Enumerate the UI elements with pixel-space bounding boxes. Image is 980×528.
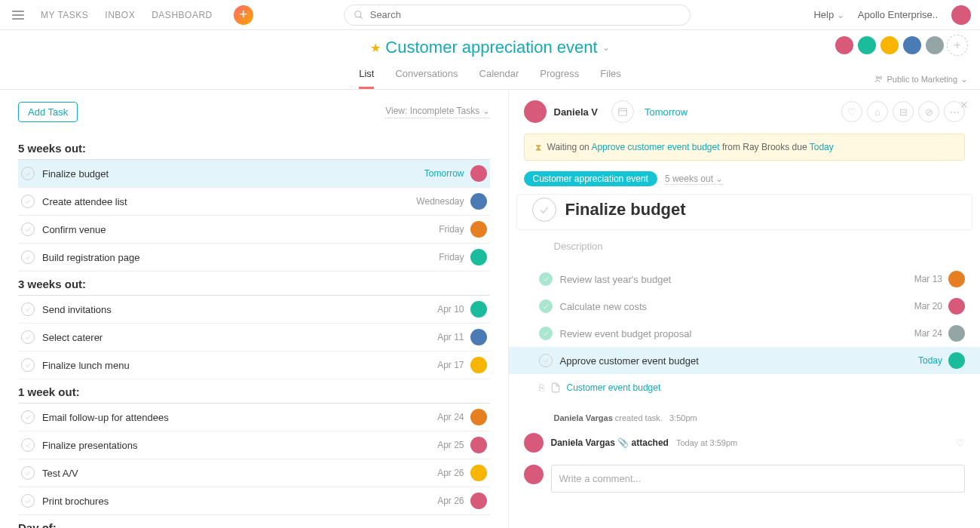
tab-calendar[interactable]: Calendar	[479, 68, 519, 89]
search-box[interactable]	[344, 5, 691, 26]
section-header[interactable]: 1 week out:	[18, 379, 490, 404]
task-row[interactable]: Finalize presentationsApr 25	[18, 431, 490, 459]
add-member-button[interactable]: +	[947, 35, 968, 56]
task-row[interactable]: Email follow-up for attendeesApr 24	[18, 404, 490, 431]
add-task-button[interactable]: Add Task	[18, 102, 78, 122]
assignee-avatar[interactable]	[470, 165, 487, 182]
due-date[interactable]: Tomorrow	[645, 106, 688, 118]
check-icon[interactable]	[539, 299, 553, 313]
check-icon[interactable]	[21, 358, 35, 372]
task-row[interactable]: Create attendee listWednesday	[18, 188, 490, 216]
assignee-avatar[interactable]	[470, 409, 487, 425]
nav-inbox[interactable]: INBOX	[105, 10, 135, 20]
add-button[interactable]: +	[234, 5, 253, 25]
description-field[interactable]: Description	[509, 230, 981, 266]
assignee-avatar[interactable]	[470, 493, 487, 509]
project-visibility[interactable]: Public to Marketing ⌄	[874, 74, 968, 84]
subtask-name: Review event budget proposal	[560, 328, 914, 339]
task-name: Finalize budget	[42, 168, 424, 180]
task-row[interactable]: Build registration pageFriday	[18, 244, 490, 272]
section-header[interactable]: 5 weeks out:	[18, 136, 490, 160]
chevron-down-icon[interactable]: ⌄	[602, 42, 610, 53]
subtask-icon[interactable]: ⊟	[893, 101, 914, 122]
workspace-menu[interactable]: Apollo Enterprise..	[858, 9, 938, 20]
task-row[interactable]: Test A/VApr 26	[18, 459, 490, 487]
check-icon[interactable]	[21, 167, 35, 180]
nav-mytasks[interactable]: MY TASKS	[41, 10, 88, 20]
tab-files[interactable]: Files	[600, 68, 620, 89]
assignee-avatar[interactable]	[470, 301, 487, 318]
subtask-row[interactable]: Approve customer event budgetToday	[509, 347, 981, 374]
subtask-row[interactable]: Review last year's budgetMar 13	[509, 266, 981, 293]
assignee-avatar[interactable]	[948, 352, 965, 369]
assignee-avatar[interactable]	[948, 325, 965, 342]
member-avatar[interactable]	[879, 35, 900, 56]
task-row[interactable]: Confirm venueFriday	[18, 216, 490, 244]
check-icon[interactable]	[539, 327, 553, 340]
assignee-avatar[interactable]	[948, 298, 965, 315]
star-icon[interactable]: ★	[370, 41, 381, 55]
member-avatar[interactable]	[924, 35, 945, 56]
dependency-link[interactable]: Approve customer event budget	[591, 142, 719, 152]
task-row[interactable]: Select catererApr 11	[18, 324, 490, 351]
member-avatar[interactable]	[834, 35, 855, 56]
check-icon[interactable]	[21, 302, 35, 316]
close-icon[interactable]: ×	[960, 97, 968, 113]
tag-icon[interactable]: ⌂	[867, 101, 888, 122]
paperclip-icon: ⎘	[539, 382, 544, 393]
activity-log: Daniela Vargas created task. 3:50pm	[509, 401, 981, 428]
assignee-avatar[interactable]	[470, 193, 487, 210]
section-header[interactable]: 3 weeks out:	[18, 272, 490, 296]
project-title[interactable]: ★ Customer appreciation event ⌄	[0, 38, 980, 57]
member-avatar[interactable]	[856, 35, 877, 56]
subtask-row[interactable]: Review event budget proposalMar 24	[509, 320, 981, 347]
help-link[interactable]: Help ⌄	[813, 9, 844, 20]
subtask-row[interactable]: Calculate new costsMar 20	[509, 293, 981, 320]
check-icon[interactable]	[539, 354, 553, 367]
task-row[interactable]: Finalize budgetTomorrow	[18, 160, 490, 188]
check-icon[interactable]	[21, 223, 35, 236]
calendar-icon[interactable]	[611, 100, 634, 123]
subtask-date: Today	[918, 355, 942, 366]
task-row[interactable]: Send invitationsApr 10	[18, 296, 490, 324]
assignee-avatar[interactable]	[470, 465, 487, 481]
assignee-avatar[interactable]	[470, 329, 487, 345]
task-row[interactable]: Print brochuresApr 26	[18, 487, 490, 515]
check-icon[interactable]	[21, 494, 35, 508]
member-avatar[interactable]	[902, 35, 923, 56]
check-icon[interactable]	[539, 272, 553, 286]
assignee-avatar[interactable]	[470, 357, 487, 373]
check-icon[interactable]	[21, 250, 35, 264]
tab-conversations[interactable]: Conversations	[395, 68, 458, 89]
user-avatar[interactable]	[951, 5, 971, 25]
task-title[interactable]: Finalize budget	[565, 200, 686, 219]
subtask-name: Review last year's budget	[560, 274, 914, 285]
check-icon[interactable]	[21, 195, 35, 208]
project-pill[interactable]: Customer appreciation event	[524, 171, 657, 186]
check-icon[interactable]	[21, 466, 35, 480]
task-name: Confirm venue	[42, 224, 439, 235]
assignee-avatar[interactable]	[470, 437, 487, 453]
assignee-avatar[interactable]	[948, 271, 965, 287]
assignee-avatar[interactable]	[470, 221, 487, 238]
like-icon[interactable]: ♡	[956, 437, 965, 449]
complete-check[interactable]	[532, 198, 556, 222]
nav-dashboard[interactable]: DASHBOARD	[152, 10, 213, 20]
assignee-avatar[interactable]	[524, 100, 547, 123]
attachment-link[interactable]: Customer event budget	[567, 382, 661, 393]
check-icon[interactable]	[21, 410, 35, 424]
menu-icon[interactable]	[9, 6, 27, 24]
check-icon[interactable]	[21, 330, 35, 344]
tab-progress[interactable]: Progress	[540, 68, 579, 89]
tab-list[interactable]: List	[359, 68, 374, 89]
assignee-avatar[interactable]	[470, 249, 487, 266]
attachment-icon[interactable]: ⊘	[918, 101, 939, 122]
check-icon[interactable]	[21, 438, 35, 452]
section-header[interactable]: Day of:	[18, 515, 490, 528]
search-input[interactable]	[370, 9, 681, 20]
comment-input[interactable]: Write a comment...	[551, 465, 966, 493]
task-row[interactable]: Finalize lunch menuApr 17	[18, 351, 490, 379]
like-icon[interactable]: ♡	[841, 101, 862, 122]
section-link[interactable]: 5 weeks out ⌄	[665, 173, 723, 185]
view-selector[interactable]: View: Incomplete Tasks ⌄	[385, 106, 489, 118]
